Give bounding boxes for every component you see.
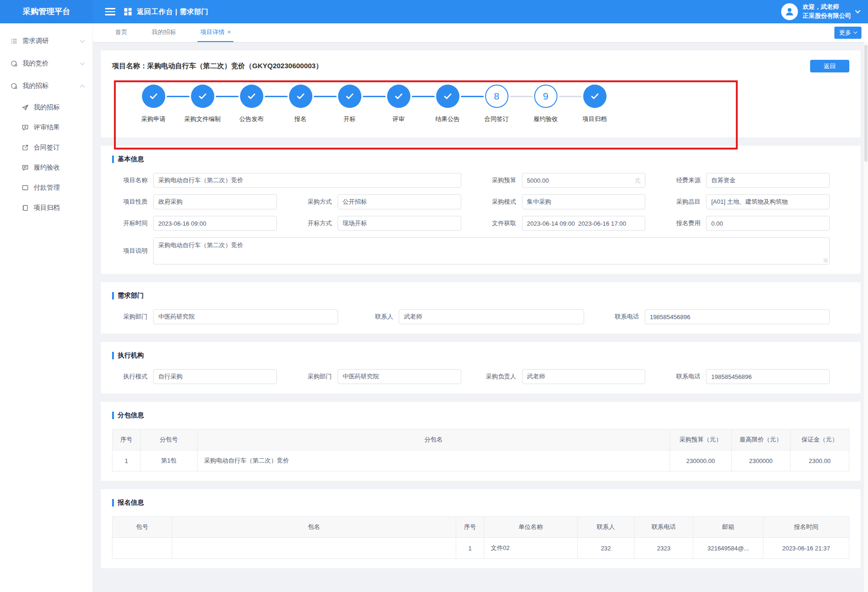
step-purchase-request: 采购申请 <box>129 85 178 123</box>
list-icon <box>10 37 18 45</box>
cell-index: 1 <box>113 450 141 471</box>
field-procure-mode: 采购模式 <box>481 194 665 209</box>
cell-package-name: 采购电动自行车（第二次）竞价 <box>198 450 670 471</box>
cell-budget: 230000.00 <box>670 450 732 471</box>
tab-home[interactable]: 首页 <box>113 28 130 42</box>
project-header-card: 项目名称：采购电动自行车（第二次）竞价（GKYQ20230600003） 返回 … <box>101 50 861 137</box>
tab-my-tender[interactable]: 我的招标 <box>149 28 179 42</box>
cell-package-no <box>113 538 172 559</box>
more-button[interactable]: 更多 <box>834 27 861 39</box>
signup-fee-input[interactable] <box>706 216 830 231</box>
field-demand-contact: 联系人 <box>358 309 603 324</box>
section-bar <box>112 352 114 359</box>
table-header-row: 包号 包名 序号 单位名称 联系人 联系电话 邮箱 报名时间 <box>113 517 849 538</box>
project-name-input[interactable] <box>153 173 461 188</box>
field-demand-phone: 联系电话 <box>604 309 849 324</box>
scrollbar-thumb[interactable] <box>864 45 868 162</box>
demand-dept-card: 需求部门 采购部门 联系人 联系电话 <box>101 282 861 334</box>
signup-info-card: 报名信息 包号 包名 序号 单位名称 联系人 联系电话 邮箱 报名时间 <box>101 489 861 568</box>
exec-manager-input[interactable] <box>522 369 646 384</box>
demand-contact-input[interactable] <box>399 309 584 324</box>
workspace-breadcrumb[interactable]: 返回工作台 | 需求部门 <box>137 7 209 16</box>
payment-icon <box>21 184 29 192</box>
open-time-input[interactable] <box>153 216 277 231</box>
step-check-icon <box>338 85 361 108</box>
section-title: 报名信息 <box>118 499 144 507</box>
sidebar-item-my-tender-sub[interactable]: 我的招标 <box>0 97 92 117</box>
step-announcement: 公告发布 <box>227 85 276 123</box>
step-check-icon <box>240 85 263 108</box>
exec-dept-input[interactable] <box>338 369 461 384</box>
column-header: 单位名称 <box>484 517 578 538</box>
top-header: 采购管理平台 返回工作台 | 需求部门 欢迎，武老师 正采股份有限公司 <box>0 0 868 23</box>
budget-input[interactable] <box>522 173 646 188</box>
field-exec-dept: 采购部门 <box>296 369 481 384</box>
sidebar-item-payment-management[interactable]: 付款管理 <box>0 178 92 198</box>
sidebar-item-label: 付款管理 <box>34 184 60 192</box>
column-header: 包号 <box>113 517 172 538</box>
step-number: 8 <box>485 85 508 108</box>
back-button[interactable]: 返回 <box>810 60 849 72</box>
currency-suffix: 元 <box>635 177 641 185</box>
sidebar-item-contract-signing[interactable]: 合同签订 <box>0 137 92 157</box>
column-header: 联系电话 <box>635 517 693 538</box>
avatar[interactable] <box>781 3 798 20</box>
column-header: 报名时间 <box>763 517 849 538</box>
column-header: 保证金（元） <box>790 429 849 450</box>
sidebar-item-label: 我的竞价 <box>22 59 49 68</box>
progress-stepper: 采购申请 采购文件编制 公告发布 报名 开标 评审 <box>129 85 849 137</box>
chevron-down-icon[interactable] <box>855 8 860 13</box>
open-method-input[interactable] <box>338 216 461 231</box>
section-bar <box>112 412 114 419</box>
cell-package-no: 第1包 <box>141 450 198 471</box>
procure-method-input[interactable] <box>338 194 461 209</box>
cell-company-name: 文件02 <box>484 538 578 559</box>
package-info-card: 分包信息 序号 分包号 分包名 采购预算（元） 最高限价（元） 保证金（元） 1… <box>101 402 861 481</box>
field-exec-mode: 执行模式 <box>112 369 296 384</box>
procure-mode-input[interactable] <box>522 194 646 209</box>
sidebar-item-my-tender[interactable]: 我的招标 <box>0 75 92 97</box>
section-bar <box>112 499 114 506</box>
sidebar-item-label: 评审结果 <box>34 123 60 132</box>
send-icon <box>21 104 29 111</box>
doc-time-input[interactable] <box>522 216 646 231</box>
cell-max-price: 2300000 <box>732 450 790 471</box>
table-row: 1 文件02 232 2323 321649584@... 2023-06-16… <box>113 538 849 559</box>
hamburger-menu-icon[interactable] <box>105 6 115 17</box>
step-project-archive: 项目归档 <box>570 85 619 123</box>
fund-source-input[interactable] <box>706 173 830 188</box>
step-signup: 报名 <box>276 85 325 123</box>
sidebar-item-project-archive[interactable]: 项目归档 <box>0 198 92 218</box>
field-project-description: 项目说明 采购电动自行车（第二次）竞价 <box>112 237 849 264</box>
sidebar-item-demand-research[interactable]: 需求调研 <box>0 30 92 52</box>
demand-phone-input[interactable] <box>645 309 830 324</box>
cell-deposit: 2300.00 <box>790 450 849 471</box>
user-info[interactable]: 欢迎，武老师 正采股份有限公司 <box>803 3 851 21</box>
step-performance-acceptance: 9 履约验收 <box>521 85 570 123</box>
welcome-text: 欢迎，武老师 <box>803 3 851 12</box>
procure-category-input[interactable] <box>706 194 830 209</box>
scrollbar-track[interactable] <box>863 42 868 592</box>
section-title: 执行机构 <box>118 351 144 360</box>
workspace-grid-icon[interactable] <box>124 7 132 16</box>
sidebar-item-label: 项目归档 <box>34 204 60 212</box>
exec-phone-input[interactable] <box>706 369 830 384</box>
project-description-textarea[interactable]: 采购电动自行车（第二次）竞价 <box>153 237 830 264</box>
chevron-down-icon <box>80 38 85 43</box>
sidebar-item-my-bidding[interactable]: 我的竞价 <box>0 52 92 75</box>
chevron-up-icon <box>80 85 85 89</box>
sidebar-item-performance-acceptance[interactable]: 履约验收 <box>0 157 92 178</box>
resize-grip-icon[interactable] <box>824 258 828 263</box>
step-check-icon <box>142 85 165 108</box>
column-header: 包名 <box>172 517 456 538</box>
field-exec-manager: 采购负责人 <box>481 369 665 384</box>
demand-dept-input[interactable] <box>153 309 338 324</box>
sidebar-item-review-results[interactable]: 评审结果 <box>0 117 92 137</box>
section-bar <box>112 292 114 300</box>
tab-close-icon[interactable]: × <box>227 29 231 36</box>
field-exec-phone: 联系电话 <box>665 369 849 384</box>
tab-project-detail[interactable]: 项目详情× <box>198 28 233 42</box>
project-nature-input[interactable] <box>153 194 277 209</box>
step-number: 9 <box>534 85 557 108</box>
exec-mode-input[interactable] <box>153 369 277 384</box>
